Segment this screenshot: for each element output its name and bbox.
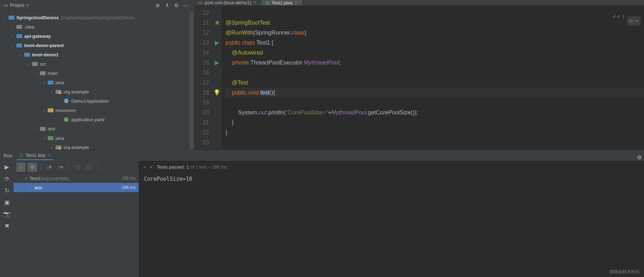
history-icon[interactable]: » [143,164,146,170]
gutter-icon[interactable] [213,98,221,108]
chevron-icon[interactable]: ⌄ [10,43,16,47]
locate-icon[interactable]: ⊕ [153,2,162,8]
file-icon [16,34,23,39]
code-line[interactable]: @RunWith(SpringRunner.class) [225,28,644,38]
stop-icon[interactable]: ▣ [4,199,10,206]
exit-icon[interactable]: ✖ [5,222,9,229]
tree-scrollbar[interactable] [189,11,194,150]
code-line[interactable]: public class Test1 { [225,38,644,48]
code-line[interactable] [225,8,644,18]
chevron-icon[interactable]: ⌄ [33,127,39,131]
sort-icon[interactable]: ↓≡ [45,163,54,172]
code-line[interactable]: System.out.println("CorePoolSize="+Mythr… [225,108,644,118]
tree-item[interactable]: ⌄test [0,124,194,133]
code-line[interactable]: public void test(){ [225,88,644,98]
svg-rect-4 [24,53,30,57]
line-number: 23 [194,138,209,148]
tree-item[interactable]: ⌄⬚resources [0,106,194,115]
chevron-icon[interactable]: ⌄ [26,62,31,66]
gear-icon[interactable]: ⚙ [637,154,642,161]
chevron-down-icon[interactable]: ▾ [26,2,29,8]
code-line[interactable] [225,138,644,148]
gutter-icon[interactable] [213,68,221,78]
tree-item[interactable]: CDemo1Application [0,96,194,106]
close-icon[interactable]: ✕ [47,153,51,158]
test-tree[interactable]: ⌄✔ Test1 (org.example)166 ms✔ test166 ms [14,174,139,277]
run-tab[interactable]: ⟨⟩ Test1.test ✕ [17,151,53,160]
gutter-icon[interactable] [213,118,221,128]
editor-tab[interactable]: ◉Test1.java✕ [261,0,302,5]
sort-alpha-icon[interactable]: ↑≡ [56,163,65,172]
tree-item[interactable]: ⌄org.example [0,87,194,96]
settings-icon[interactable]: ⚙ [172,2,181,8]
chevron-icon[interactable]: ⌄ [49,90,55,94]
code-line[interactable]: } [225,128,644,138]
code-line[interactable]: @Test [225,78,644,88]
expand-icon[interactable]: ⬚ [73,163,82,172]
code-line[interactable]: @Autowired [225,48,644,58]
dump-icon[interactable]: 📷 [3,211,10,217]
editor-gutter[interactable]: ❀▶▶💡 [212,6,222,150]
code-line[interactable] [225,68,644,78]
tree-root[interactable]: ⌄ SpringcloudDemos D:\gitworkspace\Sprin… [0,13,194,22]
show-ignored-icon[interactable]: ⊘ [28,163,37,172]
chevron-icon[interactable]: ⌄ [41,108,47,112]
gutter-icon[interactable] [213,78,221,88]
prev-icon[interactable]: ↑ [101,163,110,172]
rerun-icon[interactable]: ▶ [5,164,9,170]
tree-item[interactable]: ⌄java [0,78,194,87]
code-line[interactable] [225,98,644,108]
root-path: D:\gitworkspace\SpringcloudDemos [61,15,134,20]
gutter-icon[interactable] [213,48,221,58]
hide-icon[interactable]: — [181,2,190,8]
chevron-icon[interactable]: ⌄ [41,81,47,84]
tree-item[interactable]: ⌄java [0,133,194,143]
close-icon[interactable]: ✕ [295,0,298,5]
line-number: 15 [194,58,209,68]
tree-item[interactable]: ⌄org.example [0,143,194,150]
editor-body[interactable]: ✔✔ 1 m✕ 1011121314151617181920212223 ❀▶▶… [194,6,644,150]
code-line[interactable]: private ThreadPoolExecutor MythreadPool; [225,58,644,68]
chevron-icon[interactable]: ⌄ [49,145,55,149]
code-area[interactable]: @SpringBootTest@RunWith(SpringRunner.cla… [222,6,644,150]
toggle-icon[interactable]: ⟳ [5,175,9,182]
gutter-icon[interactable]: ▶ [213,58,221,68]
project-tree[interactable]: ⌄ SpringcloudDemos D:\gitworkspace\Sprin… [0,11,194,150]
gutter-icon[interactable] [213,28,221,38]
tree-item[interactable]: ⌄src [0,59,194,68]
gutter-icon[interactable] [213,138,221,148]
gutter-icon[interactable] [213,108,221,118]
collapse-all-icon[interactable]: ⬚ [84,163,93,172]
chevron-icon[interactable]: ⌄ [33,71,39,75]
file-name: boot-demo-parent [24,43,64,48]
collapse-icon[interactable]: ⇞ [162,2,172,8]
gutter-icon[interactable]: ▶ [213,38,221,48]
tree-item[interactable]: ›.idea [0,22,194,31]
editor-tab[interactable]: mpom.xml (boot-demo1)✕ [194,0,261,5]
chevron-icon[interactable]: ⌄ [2,16,8,20]
tree-item[interactable]: ⌄main [0,68,194,78]
chevron-icon[interactable]: ⌄ [41,136,47,140]
gutter-icon[interactable] [213,8,221,18]
tree-item[interactable]: ⌄boot-demo-parent [0,41,194,50]
chevron-icon[interactable]: › [10,34,16,38]
chevron-icon[interactable]: ⌄ [18,53,24,57]
chevron-icon[interactable]: ⌄ [19,176,24,180]
console-output[interactable]: CorePoolSize=10 [139,174,644,184]
show-passed-icon[interactable]: ✔ [16,163,26,172]
test-row[interactable]: ⌄✔ Test1 (org.example)166 ms [14,174,139,183]
gutter-icon[interactable]: ❀ [213,18,221,28]
chevron-icon[interactable]: › [10,25,16,29]
test-row[interactable]: ✔ test166 ms [14,183,139,192]
code-line[interactable]: @SpringBootTest [225,18,644,28]
code-line[interactable]: } [225,118,644,128]
svg-point-9 [58,91,61,94]
gutter-icon[interactable]: 💡 [213,88,221,98]
rerun-failed-icon[interactable]: ↻ [5,187,9,194]
tree-item[interactable]: Yapplication.yaml [0,115,194,124]
svg-text:Y: Y [65,118,67,122]
close-icon[interactable]: ✕ [253,0,256,5]
tree-item[interactable]: ⌄boot-demo1 [0,50,194,59]
tree-item[interactable]: ›api-gateway [0,31,194,41]
gutter-icon[interactable] [213,128,221,138]
